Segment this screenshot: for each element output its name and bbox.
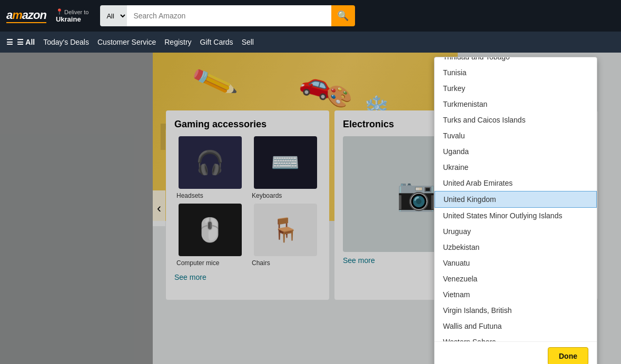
nav-item-registry[interactable]: Registry	[164, 38, 191, 46]
dropdown-item[interactable]: United States Minor Outlying Islands	[435, 208, 597, 224]
dropdown-item[interactable]: Ukraine	[435, 159, 597, 175]
dropdown-item[interactable]: Western Sahara	[435, 334, 597, 341]
deliver-to[interactable]: 📍 Deliver to Ukraine	[56, 8, 88, 23]
dropdown-item[interactable]: United Kingdom	[435, 191, 597, 208]
dropdown-list: TogoTokelauTongaTrinidad and TobagoTunis…	[435, 57, 597, 341]
dropdown-item[interactable]: Wallis and Futuna	[435, 318, 597, 334]
nav-all-label: ☰ All	[17, 38, 35, 46]
done-button[interactable]: Done	[548, 347, 588, 364]
dropdown-item[interactable]: Venezuela	[435, 271, 597, 287]
dropdown-item[interactable]: Vanuatu	[435, 255, 597, 271]
dropdown-item[interactable]: Turkmenistan	[435, 96, 597, 112]
nav-item-customer-service[interactable]: Customer Service	[97, 38, 156, 46]
dropdown-footer: Done	[435, 341, 597, 364]
dropdown-item[interactable]: Vietnam	[435, 287, 597, 302]
nav-item-gift-cards[interactable]: Gift Cards	[200, 38, 233, 46]
search-bar: All 🔍	[100, 5, 354, 26]
dropdown-item[interactable]: Uganda	[435, 144, 597, 159]
deliver-label: 📍 Deliver to	[56, 8, 88, 15]
hamburger-icon: ☰	[6, 38, 13, 46]
dropdown-item[interactable]: Virgin Islands, British	[435, 302, 597, 318]
dropdown-item[interactable]: Turks and Caicos Islands	[435, 112, 597, 128]
main-content: ✏️ 🚗 🎨 📐 🌈 ❄️ M ys ‹ Gaming accessories …	[0, 53, 621, 364]
dropdown-item[interactable]: Trinidad and Tobago	[435, 57, 597, 65]
search-input[interactable]	[127, 5, 331, 26]
nav-all[interactable]: ☰ ☰ All	[6, 38, 35, 46]
nav-item-deals[interactable]: Today's Deals	[43, 38, 89, 46]
deliver-country: Ukraine	[56, 15, 88, 23]
search-button[interactable]: 🔍	[331, 5, 355, 26]
dropdown-item[interactable]: Turkey	[435, 80, 597, 96]
search-category-select[interactable]: All	[100, 5, 127, 26]
header: amazon 📍 Deliver to Ukraine All 🔍	[0, 0, 621, 32]
dropdown-item[interactable]: Tuvalu	[435, 128, 597, 144]
dropdown-item[interactable]: Tunisia	[435, 65, 597, 80]
logo[interactable]: amazon	[6, 8, 46, 23]
dropdown-item[interactable]: United Arab Emirates	[435, 175, 597, 191]
dropdown-item[interactable]: Uzbekistan	[435, 239, 597, 255]
location-icon: 📍	[56, 8, 63, 15]
navbar: ☰ ☰ All Today's Deals Customer Service R…	[0, 32, 621, 53]
dropdown-item[interactable]: Uruguay	[435, 224, 597, 239]
country-dropdown: TogoTokelauTongaTrinidad and TobagoTunis…	[434, 57, 597, 364]
nav-item-sell[interactable]: Sell	[242, 38, 254, 46]
